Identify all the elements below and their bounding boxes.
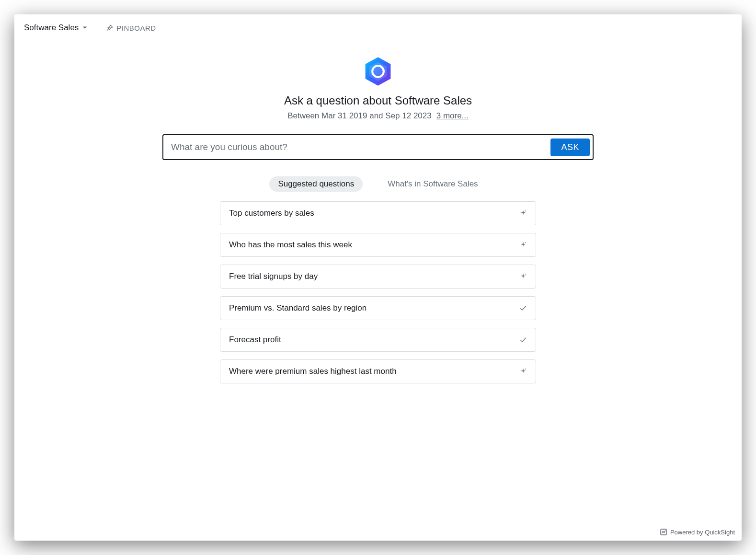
quicksight-logo-icon bbox=[362, 56, 394, 87]
hero-meta: Between Mar 31 2019 and Sep 12 2023 3 mo… bbox=[287, 111, 469, 121]
sparkle-icon bbox=[519, 209, 527, 217]
question-text: Where were premium sales highest last mo… bbox=[229, 367, 397, 376]
question-status-icon bbox=[519, 209, 527, 217]
header-bar: Software Sales PINBOARD bbox=[14, 14, 742, 41]
question-status-icon bbox=[519, 241, 527, 249]
page-title: Ask a question about Software Sales bbox=[284, 94, 472, 107]
date-range: Between Mar 31 2019 and Sep 12 2023 bbox=[287, 111, 432, 121]
more-filters-link[interactable]: 3 more... bbox=[436, 111, 469, 121]
tab-whats-in[interactable]: What's in Software Sales bbox=[379, 176, 486, 192]
powered-by-text: Powered by QuickSight bbox=[670, 529, 735, 536]
suggested-question[interactable]: Free trial signups by day bbox=[220, 265, 536, 289]
pinboard-label: PINBOARD bbox=[116, 24, 156, 32]
quicksight-mark-icon bbox=[660, 528, 667, 536]
sparkle-icon bbox=[519, 273, 527, 280]
question-text: Top customers by sales bbox=[229, 208, 314, 218]
footer: Powered by QuickSight bbox=[660, 528, 735, 536]
search-wrap: ASK bbox=[14, 134, 742, 160]
pin-icon bbox=[106, 24, 114, 32]
topic-selector[interactable]: Software Sales bbox=[24, 21, 97, 35]
question-status-icon bbox=[519, 273, 527, 280]
ask-button[interactable]: ASK bbox=[550, 139, 590, 156]
suggested-questions-list: Top customers by salesWho has the most s… bbox=[14, 201, 742, 383]
question-text: Forecast profit bbox=[229, 335, 281, 345]
suggested-question[interactable]: Who has the most sales this week bbox=[220, 233, 536, 257]
question-status-icon bbox=[519, 368, 527, 375]
search-bar: ASK bbox=[162, 134, 594, 160]
sparkle-icon bbox=[519, 241, 527, 249]
sparkle-icon bbox=[519, 368, 527, 375]
tabs: Suggested questions What's in Software S… bbox=[14, 176, 742, 192]
question-status-icon bbox=[519, 304, 527, 312]
question-text: Premium vs. Standard sales by region bbox=[229, 303, 367, 313]
question-text: Free trial signups by day bbox=[229, 272, 318, 281]
suggested-question[interactable]: Top customers by sales bbox=[220, 201, 536, 225]
pinboard-button[interactable]: PINBOARD bbox=[106, 24, 156, 32]
question-status-icon bbox=[519, 336, 527, 344]
question-input[interactable] bbox=[166, 138, 550, 156]
app-frame: Software Sales PINBOARD Ask a quest bbox=[14, 14, 742, 541]
tab-suggested-questions[interactable]: Suggested questions bbox=[269, 176, 363, 192]
check-icon bbox=[519, 304, 527, 312]
suggested-question[interactable]: Where were premium sales highest last mo… bbox=[220, 359, 536, 383]
chevron-down-icon bbox=[81, 24, 88, 31]
question-text: Who has the most sales this week bbox=[229, 240, 352, 250]
topic-label: Software Sales bbox=[24, 23, 79, 33]
check-icon bbox=[519, 336, 527, 344]
suggested-question[interactable]: Forecast profit bbox=[220, 328, 536, 352]
suggested-question[interactable]: Premium vs. Standard sales by region bbox=[220, 296, 536, 320]
hero-section: Ask a question about Software Sales Betw… bbox=[14, 56, 742, 121]
